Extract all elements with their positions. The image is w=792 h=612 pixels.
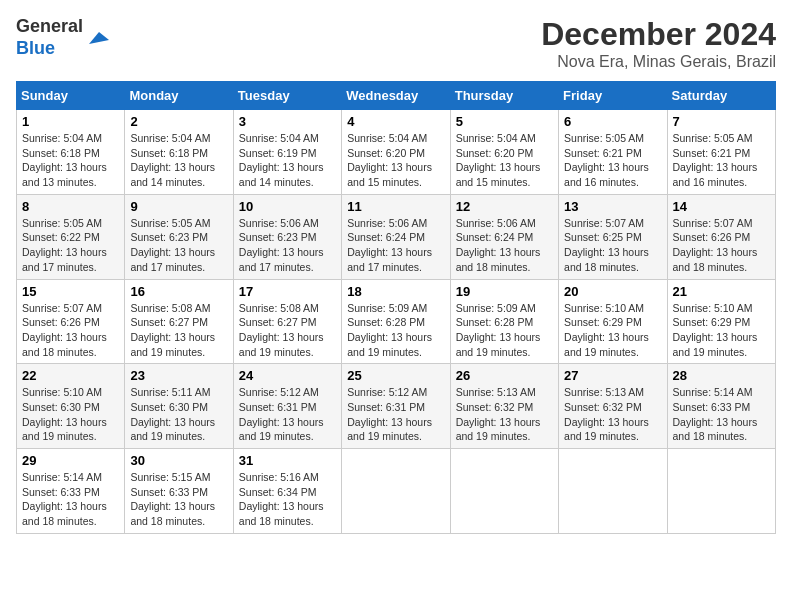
day-number: 20 xyxy=(564,284,661,299)
calendar-cell: 12 Sunrise: 5:06 AM Sunset: 6:24 PM Dayl… xyxy=(450,194,558,279)
day-info: Sunrise: 5:10 AM Sunset: 6:29 PM Dayligh… xyxy=(673,301,770,360)
day-number: 2 xyxy=(130,114,227,129)
day-info: Sunrise: 5:05 AM Sunset: 6:22 PM Dayligh… xyxy=(22,216,119,275)
day-info: Sunrise: 5:13 AM Sunset: 6:32 PM Dayligh… xyxy=(564,385,661,444)
day-number: 7 xyxy=(673,114,770,129)
day-number: 12 xyxy=(456,199,553,214)
day-number: 19 xyxy=(456,284,553,299)
day-number: 5 xyxy=(456,114,553,129)
calendar-cell: 23 Sunrise: 5:11 AM Sunset: 6:30 PM Dayl… xyxy=(125,364,233,449)
day-number: 1 xyxy=(22,114,119,129)
day-info: Sunrise: 5:04 AM Sunset: 6:20 PM Dayligh… xyxy=(456,131,553,190)
day-number: 14 xyxy=(673,199,770,214)
calendar-cell: 30 Sunrise: 5:15 AM Sunset: 6:33 PM Dayl… xyxy=(125,449,233,534)
day-info: Sunrise: 5:07 AM Sunset: 6:26 PM Dayligh… xyxy=(22,301,119,360)
day-number: 11 xyxy=(347,199,444,214)
day-info: Sunrise: 5:09 AM Sunset: 6:28 PM Dayligh… xyxy=(456,301,553,360)
weekday-header-sunday: Sunday xyxy=(17,82,125,110)
calendar-cell: 13 Sunrise: 5:07 AM Sunset: 6:25 PM Dayl… xyxy=(559,194,667,279)
day-info: Sunrise: 5:08 AM Sunset: 6:27 PM Dayligh… xyxy=(239,301,336,360)
day-number: 13 xyxy=(564,199,661,214)
calendar-cell: 6 Sunrise: 5:05 AM Sunset: 6:21 PM Dayli… xyxy=(559,110,667,195)
day-number: 10 xyxy=(239,199,336,214)
day-number: 31 xyxy=(239,453,336,468)
day-info: Sunrise: 5:06 AM Sunset: 6:24 PM Dayligh… xyxy=(456,216,553,275)
weekday-header-tuesday: Tuesday xyxy=(233,82,341,110)
calendar-cell: 16 Sunrise: 5:08 AM Sunset: 6:27 PM Dayl… xyxy=(125,279,233,364)
day-number: 27 xyxy=(564,368,661,383)
calendar-cell: 3 Sunrise: 5:04 AM Sunset: 6:19 PM Dayli… xyxy=(233,110,341,195)
weekday-header-friday: Friday xyxy=(559,82,667,110)
calendar-cell: 22 Sunrise: 5:10 AM Sunset: 6:30 PM Dayl… xyxy=(17,364,125,449)
day-number: 6 xyxy=(564,114,661,129)
calendar-cell xyxy=(559,449,667,534)
calendar-cell: 8 Sunrise: 5:05 AM Sunset: 6:22 PM Dayli… xyxy=(17,194,125,279)
calendar-cell: 31 Sunrise: 5:16 AM Sunset: 6:34 PM Dayl… xyxy=(233,449,341,534)
day-number: 17 xyxy=(239,284,336,299)
calendar-week-2: 8 Sunrise: 5:05 AM Sunset: 6:22 PM Dayli… xyxy=(17,194,776,279)
calendar-cell: 20 Sunrise: 5:10 AM Sunset: 6:29 PM Dayl… xyxy=(559,279,667,364)
calendar-cell: 11 Sunrise: 5:06 AM Sunset: 6:24 PM Dayl… xyxy=(342,194,450,279)
day-info: Sunrise: 5:13 AM Sunset: 6:32 PM Dayligh… xyxy=(456,385,553,444)
calendar-cell xyxy=(450,449,558,534)
day-number: 16 xyxy=(130,284,227,299)
weekday-header-monday: Monday xyxy=(125,82,233,110)
calendar-cell: 18 Sunrise: 5:09 AM Sunset: 6:28 PM Dayl… xyxy=(342,279,450,364)
day-info: Sunrise: 5:12 AM Sunset: 6:31 PM Dayligh… xyxy=(239,385,336,444)
day-info: Sunrise: 5:06 AM Sunset: 6:23 PM Dayligh… xyxy=(239,216,336,275)
calendar-week-3: 15 Sunrise: 5:07 AM Sunset: 6:26 PM Dayl… xyxy=(17,279,776,364)
weekday-header-thursday: Thursday xyxy=(450,82,558,110)
day-info: Sunrise: 5:14 AM Sunset: 6:33 PM Dayligh… xyxy=(22,470,119,529)
logo-general: General xyxy=(16,16,83,36)
calendar-cell: 21 Sunrise: 5:10 AM Sunset: 6:29 PM Dayl… xyxy=(667,279,775,364)
day-number: 28 xyxy=(673,368,770,383)
day-number: 29 xyxy=(22,453,119,468)
day-info: Sunrise: 5:04 AM Sunset: 6:18 PM Dayligh… xyxy=(130,131,227,190)
day-info: Sunrise: 5:05 AM Sunset: 6:21 PM Dayligh… xyxy=(673,131,770,190)
calendar-cell: 9 Sunrise: 5:05 AM Sunset: 6:23 PM Dayli… xyxy=(125,194,233,279)
calendar-cell: 28 Sunrise: 5:14 AM Sunset: 6:33 PM Dayl… xyxy=(667,364,775,449)
weekday-header-saturday: Saturday xyxy=(667,82,775,110)
calendar-cell xyxy=(342,449,450,534)
day-number: 24 xyxy=(239,368,336,383)
logo-text: General Blue xyxy=(16,16,83,59)
day-info: Sunrise: 5:07 AM Sunset: 6:25 PM Dayligh… xyxy=(564,216,661,275)
day-number: 21 xyxy=(673,284,770,299)
day-number: 3 xyxy=(239,114,336,129)
day-info: Sunrise: 5:09 AM Sunset: 6:28 PM Dayligh… xyxy=(347,301,444,360)
calendar-cell: 19 Sunrise: 5:09 AM Sunset: 6:28 PM Dayl… xyxy=(450,279,558,364)
calendar-cell: 5 Sunrise: 5:04 AM Sunset: 6:20 PM Dayli… xyxy=(450,110,558,195)
calendar-cell: 1 Sunrise: 5:04 AM Sunset: 6:18 PM Dayli… xyxy=(17,110,125,195)
calendar-cell: 25 Sunrise: 5:12 AM Sunset: 6:31 PM Dayl… xyxy=(342,364,450,449)
calendar-cell: 10 Sunrise: 5:06 AM Sunset: 6:23 PM Dayl… xyxy=(233,194,341,279)
calendar-week-4: 22 Sunrise: 5:10 AM Sunset: 6:30 PM Dayl… xyxy=(17,364,776,449)
day-number: 4 xyxy=(347,114,444,129)
calendar-body: 1 Sunrise: 5:04 AM Sunset: 6:18 PM Dayli… xyxy=(17,110,776,534)
calendar-cell: 4 Sunrise: 5:04 AM Sunset: 6:20 PM Dayli… xyxy=(342,110,450,195)
day-info: Sunrise: 5:15 AM Sunset: 6:33 PM Dayligh… xyxy=(130,470,227,529)
title-block: December 2024 Nova Era, Minas Gerais, Br… xyxy=(541,16,776,71)
day-number: 18 xyxy=(347,284,444,299)
calendar-week-5: 29 Sunrise: 5:14 AM Sunset: 6:33 PM Dayl… xyxy=(17,449,776,534)
day-info: Sunrise: 5:04 AM Sunset: 6:19 PM Dayligh… xyxy=(239,131,336,190)
day-info: Sunrise: 5:06 AM Sunset: 6:24 PM Dayligh… xyxy=(347,216,444,275)
weekday-row: SundayMondayTuesdayWednesdayThursdayFrid… xyxy=(17,82,776,110)
calendar-cell: 29 Sunrise: 5:14 AM Sunset: 6:33 PM Dayl… xyxy=(17,449,125,534)
day-info: Sunrise: 5:16 AM Sunset: 6:34 PM Dayligh… xyxy=(239,470,336,529)
calendar-cell: 17 Sunrise: 5:08 AM Sunset: 6:27 PM Dayl… xyxy=(233,279,341,364)
day-number: 26 xyxy=(456,368,553,383)
day-number: 22 xyxy=(22,368,119,383)
day-info: Sunrise: 5:04 AM Sunset: 6:18 PM Dayligh… xyxy=(22,131,119,190)
day-info: Sunrise: 5:14 AM Sunset: 6:33 PM Dayligh… xyxy=(673,385,770,444)
svg-marker-0 xyxy=(89,32,109,44)
day-number: 23 xyxy=(130,368,227,383)
calendar-cell: 15 Sunrise: 5:07 AM Sunset: 6:26 PM Dayl… xyxy=(17,279,125,364)
day-number: 9 xyxy=(130,199,227,214)
calendar-week-1: 1 Sunrise: 5:04 AM Sunset: 6:18 PM Dayli… xyxy=(17,110,776,195)
day-info: Sunrise: 5:10 AM Sunset: 6:30 PM Dayligh… xyxy=(22,385,119,444)
day-info: Sunrise: 5:10 AM Sunset: 6:29 PM Dayligh… xyxy=(564,301,661,360)
month-year: December 2024 xyxy=(541,16,776,53)
calendar-table: SundayMondayTuesdayWednesdayThursdayFrid… xyxy=(16,81,776,534)
logo: General Blue xyxy=(16,16,109,59)
day-info: Sunrise: 5:05 AM Sunset: 6:21 PM Dayligh… xyxy=(564,131,661,190)
